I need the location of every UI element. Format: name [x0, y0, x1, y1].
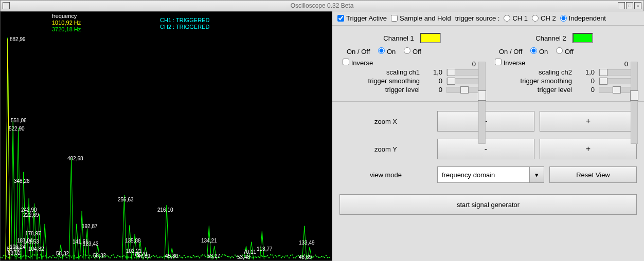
peak-label: 135,88: [125, 238, 141, 244]
peak-label: 58,32: [93, 253, 106, 258]
start-signal-generator-button[interactable]: start signal generator: [339, 194, 637, 215]
peak-label: 192,87: [82, 223, 98, 229]
svg-point-118: [182, 257, 183, 258]
close-icon[interactable]: ×: [634, 2, 641, 9]
svg-point-86: [133, 254, 134, 255]
channel2-color-swatch[interactable]: [573, 33, 593, 43]
trigger-active-checkbox[interactable]: Trigger Active: [337, 14, 387, 22]
svg-point-54: [83, 254, 84, 255]
ch1-level-slider[interactable]: [446, 87, 482, 93]
svg-point-182: [281, 257, 282, 258]
ch2-onoff-label: On / Off: [499, 48, 522, 55]
peak-label: 882,99: [10, 36, 26, 42]
svg-point-22: [34, 255, 35, 256]
svg-point-168: [259, 257, 260, 258]
sample-hold-checkbox[interactable]: Sample and Hold: [391, 14, 451, 22]
svg-point-131: [202, 254, 203, 255]
svg-point-132: [204, 255, 205, 256]
ch1-vertical-slider[interactable]: 0: [478, 62, 486, 144]
svg-point-4: [6, 256, 7, 257]
svg-point-84: [130, 257, 131, 258]
ch2-scaling-slider[interactable]: [599, 69, 635, 76]
svg-point-17: [26, 255, 27, 256]
ch1-smooth-label: trigger smoothing: [342, 77, 424, 85]
svg-point-59: [91, 257, 92, 258]
ch1-level-label: trigger level: [342, 86, 424, 94]
ch2-smooth-value: 0: [580, 77, 595, 85]
svg-point-178: [275, 255, 276, 256]
svg-point-28: [43, 256, 44, 257]
zoom-y-minus-button[interactable]: -: [437, 139, 534, 159]
ch2-smooth-label: trigger smoothing: [494, 77, 576, 85]
peak-label: 256,63: [118, 197, 134, 202]
zoom-y-plus-button[interactable]: +: [540, 139, 637, 159]
ch2-level-label: trigger level: [494, 86, 576, 94]
ch2-vertical-slider[interactable]: 0: [631, 62, 638, 144]
ch2-off-radio[interactable]: Off: [556, 47, 574, 55]
ch1-scaling-value: 1,0: [428, 68, 442, 76]
svg-point-101: [156, 255, 157, 256]
peak-label: 48,69: [299, 254, 312, 260]
peak-label: 47,89: [137, 253, 150, 259]
svg-point-14: [22, 256, 23, 257]
svg-point-20: [31, 256, 32, 257]
peak-label: 69,02: [8, 250, 21, 256]
zoom-x-minus-button[interactable]: -: [437, 111, 534, 132]
channel1-title: Channel 1: [383, 34, 414, 42]
svg-point-33: [51, 257, 52, 258]
svg-point-30: [46, 257, 47, 258]
peak-label: 123,42: [83, 241, 99, 247]
trigger-source-ch2-radio[interactable]: CH 2: [532, 14, 556, 22]
trigger-source-independent-radio[interactable]: Independent: [560, 14, 606, 22]
svg-point-103: [159, 257, 160, 258]
svg-point-127: [196, 256, 197, 257]
svg-point-167: [258, 256, 259, 257]
svg-point-174: [269, 257, 270, 258]
oscilloscope-display: frequency 1010,92 Hz 3720,18 Hz CH1 : TR…: [0, 11, 332, 261]
zoom-y-label: zoom Y: [339, 145, 432, 153]
svg-point-130: [201, 255, 202, 256]
svg-point-162: [250, 256, 251, 257]
svg-point-122: [188, 256, 189, 257]
channel1-color-swatch[interactable]: [420, 33, 441, 43]
svg-point-123: [190, 257, 191, 258]
svg-point-147: [227, 256, 228, 257]
svg-point-166: [256, 257, 257, 258]
ch2-on-radio[interactable]: On: [530, 47, 548, 55]
svg-point-56: [86, 255, 87, 256]
svg-point-143: [221, 256, 222, 257]
svg-point-29: [45, 255, 46, 256]
ch1-scaling-slider[interactable]: [446, 69, 482, 76]
peak-label: 113,77: [257, 246, 273, 252]
view-mode-label: view mode: [339, 171, 432, 179]
svg-point-152: [235, 255, 236, 256]
svg-point-116: [179, 255, 180, 256]
view-mode-combo[interactable]: frequency domain▾: [437, 166, 544, 183]
ch2-level-slider[interactable]: [599, 87, 635, 93]
svg-point-58: [90, 255, 91, 256]
trigger-source-ch1-radio[interactable]: CH 1: [504, 14, 528, 22]
maximize-icon[interactable]: □: [626, 2, 633, 9]
minimize-icon[interactable]: _: [618, 2, 625, 9]
ch1-off-radio[interactable]: Off: [404, 47, 421, 55]
window-titlebar: Oscilloscope 0.32 Beta _ □ ×: [0, 0, 644, 11]
svg-point-15: [23, 255, 24, 256]
ch1-smooth-slider[interactable]: [446, 78, 482, 84]
svg-point-43: [66, 257, 67, 258]
svg-point-71: [110, 257, 111, 258]
svg-point-171: [264, 256, 265, 257]
ch1-inverse-checkbox[interactable]: Inverse: [343, 59, 373, 67]
svg-point-204: [315, 255, 316, 256]
svg-point-69: [106, 255, 108, 256]
svg-point-209: [323, 256, 324, 257]
ch2-inverse-checkbox[interactable]: Inverse: [495, 59, 525, 67]
window-menu-icon[interactable]: [3, 2, 10, 9]
svg-point-99: [153, 255, 154, 256]
ch1-on-radio[interactable]: On: [378, 47, 396, 55]
chevron-down-icon: ▾: [529, 167, 544, 182]
zoom-x-plus-button[interactable]: +: [540, 111, 637, 132]
reset-view-button[interactable]: Reset View: [549, 166, 637, 183]
svg-point-78: [120, 256, 121, 257]
ch2-smooth-slider[interactable]: [599, 78, 635, 84]
svg-point-55: [85, 255, 86, 256]
